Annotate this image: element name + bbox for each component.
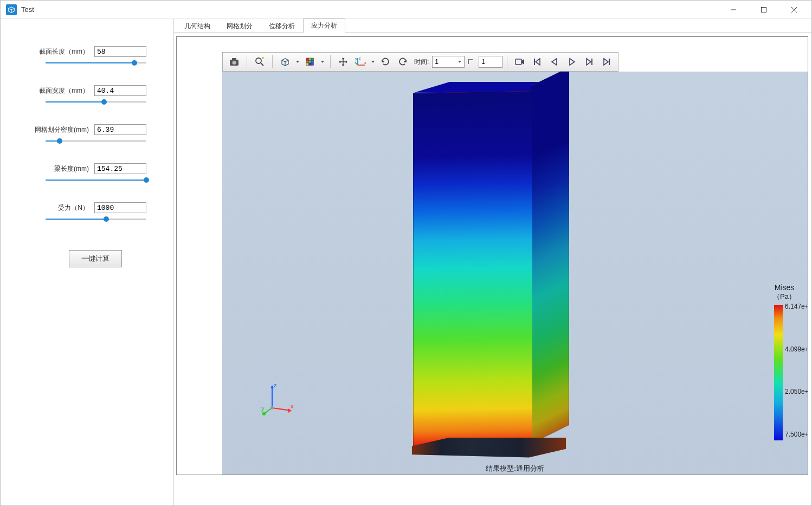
viewport[interactable]: z x y 结果模型:通用分析 Mises （Pa） 6.147e+064.09… <box>222 72 808 475</box>
svg-rect-5 <box>232 58 236 60</box>
svg-text:x: x <box>364 61 366 65</box>
window-controls <box>718 1 809 18</box>
render-area: z x y 结果模型:通用分析 Mises （Pa） 6.147e+064.09… <box>222 72 808 475</box>
app-window: Test 截面长度（mm） 截面宽度（mm） 网格划分密度(mm) 梁长度(mm… <box>0 0 812 506</box>
param-row: 受力（N） <box>1 202 163 213</box>
time-select[interactable]: 1 <box>432 56 465 68</box>
axis-z-label: z <box>274 382 277 388</box>
viewer-frame: xyz 时间: 1 1 <box>176 36 808 475</box>
rotate-cw-icon[interactable] <box>395 54 411 69</box>
svg-point-32 <box>270 406 274 409</box>
main-panel: 几何结构网格划分位移分析应力分析 xyz <box>174 19 811 505</box>
frame-spinner[interactable]: 1 <box>479 56 502 68</box>
cube-outline-icon[interactable] <box>277 54 293 69</box>
svg-point-7 <box>256 58 261 63</box>
screenshot-icon[interactable] <box>226 54 242 69</box>
tab-1[interactable]: 网格划分 <box>218 19 261 33</box>
param-label: 截面长度（mm） <box>39 47 89 56</box>
param-row: 截面长度（mm） <box>1 46 163 57</box>
titlebar: Test <box>1 1 811 19</box>
tab-3[interactable]: 应力分析 <box>303 18 345 33</box>
svg-rect-12 <box>306 61 309 63</box>
axis-x-label: x <box>291 403 294 409</box>
svg-text:z: z <box>359 56 361 60</box>
skip-last-icon[interactable] <box>598 54 615 69</box>
svg-rect-17 <box>311 63 314 66</box>
toggle-icon[interactable] <box>466 54 478 69</box>
calculate-button[interactable]: 一键计算 <box>69 250 122 267</box>
orientation-triad: z x y <box>261 381 299 419</box>
window-title: Test <box>21 5 718 14</box>
param-label: 受力（N） <box>58 203 89 213</box>
svg-line-29 <box>272 408 291 411</box>
close-button[interactable] <box>779 1 809 18</box>
app-icon <box>6 4 17 15</box>
svg-rect-16 <box>309 63 312 66</box>
param-row: 网格划分密度(mm) <box>1 124 163 135</box>
axes-dropdown-icon[interactable] <box>370 60 376 64</box>
sidebar: 截面长度（mm） 截面宽度（mm） 网格划分密度(mm) 梁长度(mm) 受力（… <box>1 19 174 505</box>
time-label: 时间: <box>414 57 429 67</box>
legend-tick: 4.099e+06 <box>785 345 808 353</box>
step-forward-icon[interactable] <box>581 54 597 69</box>
cube-dropdown-icon[interactable] <box>294 60 301 64</box>
legend-tick: 7.500e+02 <box>785 431 808 438</box>
legend-tick: 2.050e+06 <box>785 388 808 395</box>
param-slider[interactable] <box>46 59 146 67</box>
legend-title: Mises <box>773 283 796 292</box>
viewer-toolbar: xyz 时间: 1 1 <box>222 52 618 72</box>
param-input[interactable] <box>94 202 146 213</box>
svg-rect-9 <box>306 58 309 61</box>
svg-rect-1 <box>762 7 766 12</box>
param-row: 截面宽度（mm） <box>1 85 163 96</box>
param-input[interactable] <box>94 46 146 57</box>
color-legend: Mises （Pa） 6.147e+064.099e+062.050e+067.… <box>773 283 796 440</box>
record-icon[interactable] <box>512 54 528 69</box>
param-input[interactable] <box>94 163 146 174</box>
legend-tick: 6.147e+06 <box>785 303 808 310</box>
step-back-icon[interactable] <box>546 54 563 69</box>
param-slider[interactable] <box>46 137 146 145</box>
pan-icon[interactable] <box>335 54 351 69</box>
svg-rect-24 <box>515 59 521 65</box>
axis-y-label: y <box>261 405 265 412</box>
tab-2[interactable]: 位移分析 <box>261 19 303 33</box>
svg-rect-10 <box>309 58 312 61</box>
color-dropdown-icon[interactable] <box>319 60 326 64</box>
legend-bar <box>774 305 783 440</box>
tabs: 几何结构网格划分位移分析应力分析 <box>174 19 811 33</box>
maximize-button[interactable] <box>749 1 779 18</box>
svg-rect-13 <box>309 61 312 63</box>
param-input[interactable] <box>94 124 146 135</box>
color-cube-icon[interactable] <box>302 54 318 69</box>
tab-0[interactable]: 几何结构 <box>176 19 218 33</box>
rotate-ccw-icon[interactable] <box>377 54 394 69</box>
legend-unit: （Pa） <box>773 292 796 302</box>
param-label: 截面宽度（mm） <box>39 86 89 95</box>
param-label: 网格划分密度(mm) <box>35 125 89 134</box>
zoom-icon[interactable] <box>252 54 268 69</box>
param-slider[interactable] <box>46 98 146 106</box>
svg-text:y: y <box>355 57 357 61</box>
svg-point-6 <box>233 61 236 65</box>
skip-first-icon[interactable] <box>529 54 545 69</box>
param-slider[interactable] <box>46 215 146 223</box>
result-caption: 结果模型:通用分析 <box>486 464 544 473</box>
axes-icon[interactable]: xyz <box>352 54 369 69</box>
svg-point-31 <box>262 412 266 415</box>
svg-rect-11 <box>311 58 314 61</box>
play-icon[interactable] <box>564 54 580 69</box>
svg-rect-15 <box>306 63 309 66</box>
svg-rect-14 <box>311 61 314 63</box>
param-input[interactable] <box>94 85 146 96</box>
param-label: 梁长度(mm) <box>54 164 89 174</box>
param-row: 梁长度(mm) <box>1 163 163 174</box>
svg-line-8 <box>261 63 263 66</box>
param-slider[interactable] <box>46 176 146 184</box>
minimize-button[interactable] <box>718 1 749 18</box>
beam-model <box>413 82 576 457</box>
